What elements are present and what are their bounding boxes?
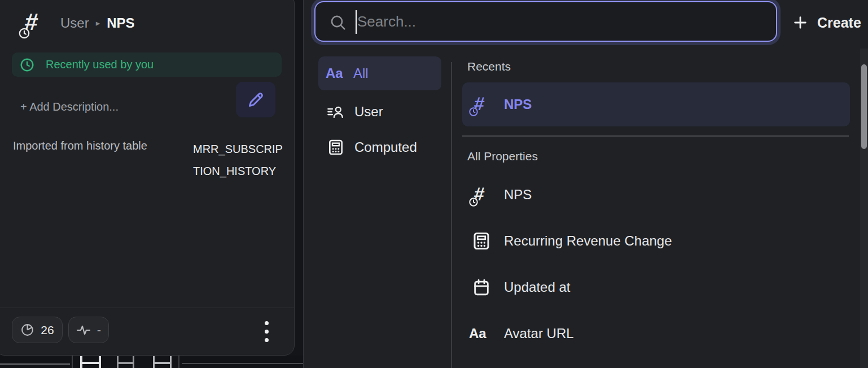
calculator-icon	[469, 231, 494, 251]
result-item-label: NPS	[504, 187, 532, 203]
plus-icon	[792, 15, 808, 30]
calculator-icon	[326, 138, 346, 156]
count-pill[interactable]: 26	[12, 317, 63, 343]
pencil-icon	[246, 90, 265, 109]
pie-chart-icon	[20, 323, 34, 337]
result-item-label: Avatar URL	[504, 326, 574, 341]
meta-value: MRR_SUBSCRIPTION_HISTORY	[193, 138, 283, 182]
add-description-button[interactable]: + Add Description...	[20, 100, 119, 113]
trend-pill[interactable]: -	[68, 317, 109, 343]
clock-icon	[20, 58, 34, 72]
kebab-menu-icon[interactable]	[265, 321, 269, 342]
scrollbar-thumb[interactable]	[861, 64, 867, 149]
property-picker-screen: # User ▸ NPS Recently used by you + Add …	[0, 0, 868, 368]
edit-description-button[interactable]	[236, 82, 275, 117]
clock-badge-icon	[18, 27, 30, 40]
category-user[interactable]: User	[318, 98, 441, 126]
result-item-recurring-revenue-change[interactable]: Recurring Revenue Change	[462, 223, 850, 259]
result-item-updated-at[interactable]: Updated at	[462, 269, 850, 305]
user-list-icon	[326, 103, 346, 120]
scrollbar-track[interactable]	[860, 49, 868, 368]
table-cell-fragment	[80, 356, 101, 368]
result-item-avatar-url[interactable]: Aa Avatar URL	[462, 316, 850, 352]
section-header-recents: Recents	[467, 60, 511, 73]
text-cursor	[356, 10, 357, 34]
category-label: All	[353, 65, 369, 81]
table-gridline	[72, 356, 73, 368]
table-gridline	[0, 363, 70, 365]
background-table-fragment	[0, 356, 303, 368]
table-gridline	[182, 363, 303, 364]
text-format-icon: Aa	[469, 326, 494, 341]
result-item-label: Updated at	[504, 279, 570, 295]
result-item-label: Recurring Revenue Change	[504, 233, 672, 249]
table-cell-fragment	[117, 356, 134, 368]
breadcrumb-parent[interactable]: User	[60, 15, 89, 31]
table-gridline	[178, 356, 179, 368]
result-item-nps[interactable]: # NPS	[462, 177, 850, 213]
numeric-history-icon: #	[469, 182, 494, 207]
numeric-history-icon: #	[19, 8, 49, 38]
property-detail-card: # User ▸ NPS Recently used by you + Add …	[0, 0, 295, 356]
numeric-history-icon: #	[469, 92, 494, 117]
create-button[interactable]: Create	[792, 9, 861, 36]
result-item-label: NPS	[504, 97, 532, 112]
result-item-nps-recent[interactable]: # NPS	[462, 82, 850, 126]
recently-used-label: Recently used by you	[46, 58, 154, 71]
table-cell-fragment	[153, 356, 172, 368]
pulse-icon	[76, 324, 91, 336]
recently-used-badge: Recently used by you	[12, 52, 282, 77]
category-all[interactable]: Aa All	[318, 56, 441, 90]
trend-value: -	[97, 323, 101, 338]
column-divider	[451, 62, 452, 368]
property-picker-modal: Create Aa All User	[303, 0, 868, 368]
search-input[interactable]	[315, 2, 776, 41]
calendar-icon	[469, 278, 494, 297]
search-icon	[329, 14, 347, 32]
breadcrumb: User ▸ NPS	[60, 15, 135, 31]
meta-label: Imported from history table	[13, 139, 147, 152]
category-label: User	[354, 104, 383, 120]
search-box[interactable]	[314, 1, 777, 42]
category-computed[interactable]: Computed	[318, 133, 441, 161]
category-label: Computed	[354, 139, 417, 155]
text-format-icon: Aa	[326, 65, 345, 81]
section-divider	[462, 135, 849, 137]
breadcrumb-current: NPS	[107, 15, 134, 31]
count-value: 26	[41, 323, 54, 337]
footer-divider	[0, 308, 294, 308]
create-button-label: Create	[817, 15, 861, 31]
section-header-all-properties: All Properties	[467, 150, 538, 163]
chevron-right-icon: ▸	[96, 18, 100, 28]
